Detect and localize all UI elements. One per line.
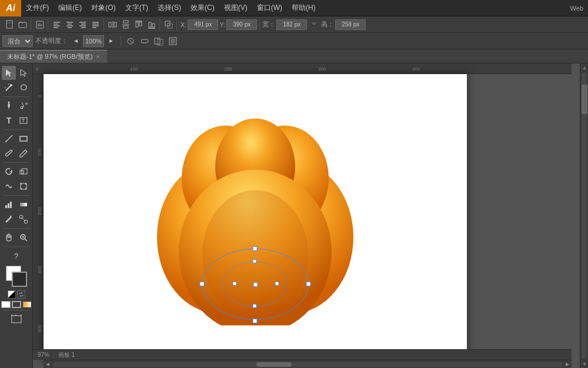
scale-tool[interactable] [16,165,31,179]
zoom-tool[interactable] [16,230,31,245]
toolbar-distribute-h-icon[interactable] [107,19,119,31]
swap-colors-icon[interactable] [17,290,25,299]
svg-rect-71 [23,302,31,307]
menu-text[interactable]: 文字(T) [121,0,153,16]
link-dimensions-icon[interactable] [308,19,320,31]
fill-color-swatch[interactable] [1,301,11,308]
svg-rect-0 [6,21,12,28]
pen-tool[interactable] [2,99,16,113]
eyedropper-tool[interactable] [2,212,16,226]
blend-mode-select[interactable]: 混合 [2,35,33,47]
toolbar-align-bottom-icon[interactable] [146,19,158,31]
tab-close-button[interactable]: × [96,53,100,60]
menu-window[interactable]: 窗口(W) [252,0,287,16]
style-icon-2[interactable] [139,35,151,47]
opacity-down-icon[interactable]: ◀ [70,35,82,47]
ruler-left: 0 100 200 300 400 [33,74,44,349]
opacity-input[interactable] [83,35,104,47]
line-tool[interactable] [2,132,16,146]
svg-text:200: 200 [37,207,42,215]
y-coord-label: Y: [219,21,225,28]
hand-tool[interactable] [2,230,16,245]
toolbar-align-right-icon[interactable] [77,19,89,31]
area-type-tool[interactable]: T [16,113,31,128]
menu-view[interactable]: 视图(V) [219,0,252,16]
menu-items: 文件(F) 编辑(E) 对象(O) 文字(T) 选择(S) 效果(C) 视图(V… [21,0,570,16]
pencil-tool[interactable] [16,146,31,160]
gradient-tool[interactable] [16,198,31,212]
svg-rect-102 [233,282,236,285]
scroll-right-btn[interactable]: ▶ [563,360,572,369]
svg-rect-72 [12,316,21,323]
direct-selection-tool[interactable] [16,66,31,80]
opacity-up-icon[interactable]: ▶ [105,35,117,47]
menu-effect[interactable]: 效果(C) [186,0,219,16]
tool-row-4 [2,132,31,146]
toolbar-justify-icon[interactable] [90,19,102,31]
graph-tool[interactable] [2,198,16,212]
tool-sep-7 [3,310,30,310]
toolbar-new-icon[interactable] [4,19,16,31]
toolbar-bridge-icon[interactable]: Br [34,19,46,31]
selection-tool[interactable] [2,66,16,80]
horizontal-scrollbar[interactable]: ◀ ▶ [44,360,572,368]
menu-select[interactable]: 选择(S) [153,0,186,16]
svg-text:100: 100 [130,66,138,72]
main-tab[interactable]: 未标题-1* @ 97% (RGB/预览) × [0,50,107,63]
warp-tool[interactable] [2,179,16,193]
toolbar-distribute-v-icon[interactable] [120,19,132,31]
question-tool[interactable]: ? [9,249,24,263]
add-anchor-tool[interactable]: + [16,99,31,113]
toolbar-transform-icon[interactable] [163,19,175,31]
menu-file[interactable]: 文件(F) [21,0,54,16]
rotate-tool[interactable] [2,165,16,179]
style-icon-4[interactable] [167,35,179,47]
menu-right: Web [570,5,588,12]
menu-help[interactable]: 帮助(H) [287,0,320,16]
menu-edit[interactable]: 编辑(E) [54,0,86,16]
svg-rect-76 [33,63,572,74]
fill-none-swatch[interactable] [12,301,21,308]
tool-row-9 [2,212,31,226]
free-transform-tool[interactable] [16,179,31,193]
fill-gradient-swatch[interactable] [22,301,32,308]
blend-tool[interactable] [16,212,31,226]
toolbar-align-left-icon[interactable] [51,19,63,31]
h-coord-label: 高： [321,20,334,29]
v-scroll-track [582,73,587,359]
toolbar-open-icon[interactable] [17,19,29,31]
toolbar-align-top-icon[interactable] [133,19,145,31]
stroke-color[interactable] [12,272,27,287]
default-colors-icon[interactable] [8,290,16,299]
scroll-up-btn[interactable]: ▲ [580,63,588,72]
style-icon-1[interactable] [125,35,136,47]
toolbar-align-center-icon[interactable] [64,19,76,31]
h-scroll-thumb[interactable] [256,362,292,367]
tool-row-pen: + [2,99,31,113]
svg-text:400: 400 [37,324,42,333]
h-scroll-track [53,362,562,367]
toolbar-group-2: Br [32,19,48,31]
svg-rect-100 [306,282,310,286]
paintbrush-tool[interactable] [2,146,16,160]
style-icon-3[interactable] [153,35,165,47]
tool-sep-5 [3,228,30,229]
artboard-tool[interactable] [9,312,24,326]
scroll-left-btn[interactable]: ◀ [44,360,52,369]
scroll-down-btn[interactable]: ▼ [580,360,588,368]
v-scroll-thumb[interactable] [582,85,587,114]
svg-text:0: 0 [37,95,42,98]
rectangle-tool[interactable] [16,132,31,146]
svg-text:300: 300 [318,66,326,72]
tool-row-3: T T [2,113,31,128]
svg-rect-24 [123,21,128,23]
ruler-top: // Ruler marks rendered via JS below 0 1… [33,63,572,74]
toolbar-group-3 [49,19,104,31]
magic-wand-tool[interactable] [2,81,16,95]
icon-toolbar: Br X: 491 [0,16,588,33]
lasso-tool[interactable] [16,81,31,95]
tool-row-question: ? [9,249,24,263]
svg-rect-23 [114,22,116,27]
menu-object[interactable]: 对象(O) [86,0,120,16]
type-tool[interactable]: T [2,113,16,128]
